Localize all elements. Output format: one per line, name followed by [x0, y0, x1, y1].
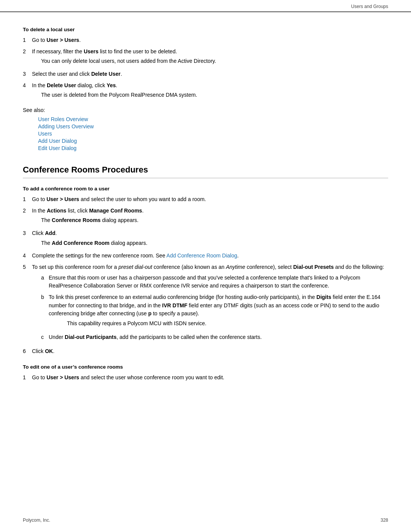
delete-step-4-note: The user is deleted from the Polycom Rea…: [41, 91, 388, 99]
delete-step-3: 3 Select the user and click Delete User.: [23, 70, 388, 78]
add-conf-step-3: 3 Click Add. The Add Conference Room dia…: [23, 229, 388, 249]
step-5-alpha-list: a Ensure that this room or user has a ch…: [41, 274, 388, 342]
top-bar: Users and Groups: [0, 0, 411, 12]
delete-step-4: 4 In the Delete User dialog, click Yes. …: [23, 81, 388, 101]
alpha-item-c: c Under Dial-out Participants, add the p…: [41, 333, 388, 342]
edit-conf-room-section: To edit one of a user’s conference rooms…: [23, 364, 388, 382]
add-conf-step-4: 4 Complete the settings for the new conf…: [23, 252, 388, 260]
alpha-item-a: a Ensure that this room or user has a ch…: [41, 274, 388, 290]
edit-conf-room-heading: To edit one of a user’s conference rooms: [23, 364, 388, 370]
delete-local-user-section: To delete a local user 1 Go to User > Us…: [23, 27, 388, 151]
add-conf-step-2-note: The Conference Rooms dialog appears.: [41, 216, 388, 225]
section-title: Users and Groups: [351, 4, 388, 9]
footer-page-number: 328: [381, 518, 388, 523]
add-conf-step-2: 2 In the Actions list, click Manage Conf…: [23, 207, 388, 226]
delete-step-2-note: You can only delete local users, not use…: [41, 57, 388, 66]
page-container: Users and Groups To delete a local user …: [0, 0, 411, 532]
link-add-user-dialog[interactable]: Add User Dialog: [38, 138, 388, 144]
content-area: To delete a local user 1 Go to User > Us…: [0, 12, 411, 408]
delete-steps-list: 1 Go to User > Users. 2 If necessary, fi…: [23, 36, 388, 101]
add-conf-step-3-note: The Add Conference Room dialog appears.: [41, 239, 388, 248]
see-also-links: User Roles Overview Adding Users Overvie…: [38, 116, 388, 151]
footer-company: Polycom, Inc.: [23, 518, 50, 523]
link-adding-users-overview[interactable]: Adding Users Overview: [38, 123, 388, 129]
link-add-conf-room-dialog[interactable]: Add Conference Room Dialog: [166, 252, 237, 259]
page-footer: Polycom, Inc. 328: [23, 518, 388, 523]
link-user-roles-overview[interactable]: User Roles Overview: [38, 116, 388, 122]
delete-step-2: 2 If necessary, filter the Users list to…: [23, 48, 388, 67]
edit-conf-step-1: 1 Go to User > Users and select the user…: [23, 374, 388, 382]
chapter-title: Conference Rooms Procedures: [23, 165, 388, 178]
add-conf-step-5: 5 To set up this conference room for a p…: [23, 263, 388, 345]
add-conf-room-heading: To add a conference room to a user: [23, 186, 388, 192]
add-conf-room-section: To add a conference room to a user 1 Go …: [23, 186, 388, 356]
alpha-b-note: This capability requires a Polycom MCU w…: [67, 320, 388, 328]
see-also-label: See also:: [23, 106, 388, 115]
add-conf-room-steps: 1 Go to User > Users and select the user…: [23, 195, 388, 356]
link-users[interactable]: Users: [38, 131, 388, 137]
link-edit-user-dialog[interactable]: Edit User Dialog: [38, 145, 388, 151]
add-conf-step-1: 1 Go to User > Users and select the user…: [23, 195, 388, 204]
add-conf-step-6: 6 Click OK.: [23, 347, 388, 356]
alpha-item-b: b To link this preset conference to an e…: [41, 293, 388, 330]
edit-conf-room-steps: 1 Go to User > Users and select the user…: [23, 374, 388, 382]
delete-local-user-heading: To delete a local user: [23, 27, 388, 32]
delete-step-1: 1 Go to User > Users.: [23, 36, 388, 45]
